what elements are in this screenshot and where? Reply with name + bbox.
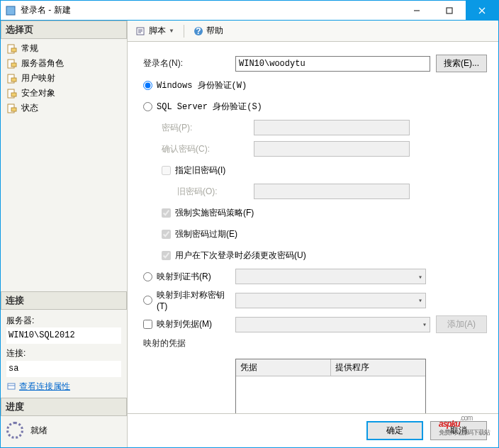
minimize-button[interactable] (400, 1, 433, 21)
nav-label: 用户映射 (21, 72, 55, 84)
page-icon (6, 73, 18, 84)
search-button[interactable]: 搜索(E)... (436, 55, 487, 72)
connection-header: 连接 (1, 291, 127, 310)
status-row: 就绪 (1, 416, 127, 444)
must-change-row: 用户在下次登录时必须更改密码(U) (143, 247, 487, 264)
enforce-expire-checkbox (162, 230, 171, 239)
map-asym-label: 映射到非对称密钥(T) (157, 289, 235, 311)
col-provider: 提供程序 (331, 359, 425, 376)
password-row: 密码(P): (143, 119, 487, 136)
enforce-expire-row: 强制密码过期(E) (143, 225, 487, 242)
form-area: 登录名(N): 搜索(E)... Windows 身份验证(W) SQL Ser… (128, 42, 498, 413)
server-value: WIN10\SQL2012 (6, 327, 121, 344)
window-title: 登录名 - 新建 (21, 4, 400, 16)
login-name-input[interactable] (235, 56, 430, 72)
page-icon (6, 43, 18, 55)
svg-rect-6 (11, 48, 16, 52)
auth-sql-row: SQL Server 身份验证(S) (143, 98, 487, 115)
specify-old-pwd-row: 指定旧密码(I) (143, 162, 487, 179)
server-label: 服务器: (6, 314, 121, 327)
login-name-row: 登录名(N): 搜索(E)... (143, 55, 487, 72)
svg-rect-15 (8, 383, 15, 389)
script-icon (136, 26, 146, 36)
map-cred-select (235, 317, 430, 332)
page-icon (6, 58, 18, 69)
nav-label: 服务器角色 (21, 57, 64, 69)
nav-securables[interactable]: 安全对象 (1, 86, 127, 101)
titlebar: 登录名 - 新建 (1, 1, 498, 21)
svg-rect-10 (11, 78, 16, 82)
must-change-label: 用户在下次登录时必须更改密码(U) (175, 250, 306, 262)
old-password-label: 旧密码(O): (177, 186, 254, 198)
svg-rect-8 (11, 63, 16, 67)
auth-sql-label: SQL Server 身份验证(S) (157, 101, 262, 113)
toolbar-separator (184, 25, 184, 38)
password-input (254, 120, 410, 135)
cancel-button[interactable]: 取消 (430, 421, 487, 440)
help-label: 帮助 (206, 25, 223, 37)
script-button[interactable]: 脚本 ▼ (133, 23, 177, 38)
mapped-creds-row: 映射的凭据 (143, 337, 487, 354)
nav-general[interactable]: 常规 (1, 41, 127, 56)
map-asym-select (235, 293, 426, 308)
enforce-policy-label: 强制实施密码策略(F) (175, 207, 254, 219)
col-cred: 凭据 (236, 359, 331, 376)
page-nav: 常规 服务器角色 用户映射 安全对象 状态 (1, 39, 127, 118)
close-button[interactable] (466, 1, 498, 21)
mapped-creds-label: 映射的凭据 (143, 337, 235, 349)
toolbar: 脚本 ▼ ? 帮助 (128, 21, 498, 42)
auth-windows-label: Windows 身份验证(W) (157, 79, 247, 91)
progress-header: 进度 (1, 398, 127, 416)
page-icon (6, 103, 18, 114)
connection-label: 连接: (6, 347, 121, 360)
script-label: 脚本 (149, 25, 166, 37)
nav-status[interactable]: 状态 (1, 101, 127, 116)
ok-button[interactable]: 确定 (366, 421, 423, 440)
map-asym-row: 映射到非对称密钥(T) (143, 289, 487, 311)
dialog-body: 选择页 常规 服务器角色 用户映射 安全对象 状态 连接 服务器: WIN10\… (1, 21, 498, 447)
help-button[interactable]: ? 帮助 (191, 23, 226, 38)
add-cred-button: 添加(A) (436, 315, 487, 333)
enforce-expire-label: 强制密码过期(E) (175, 228, 237, 240)
connection-panel: 连接 服务器: WIN10\SQL2012 连接: sa 查看连接属性 进度 就… (1, 291, 127, 447)
map-cred-checkbox[interactable] (143, 320, 152, 329)
enforce-policy-checkbox (162, 208, 171, 218)
credentials-grid[interactable]: 凭据 提供程序 (235, 359, 426, 413)
maximize-button[interactable] (433, 1, 466, 21)
svg-text:?: ? (196, 26, 201, 36)
dialog-window: 登录名 - 新建 选择页 常规 服务器角色 用户映射 安全对象 状态 连接 (0, 0, 499, 448)
auth-sql-radio[interactable] (143, 102, 152, 111)
map-cert-select (235, 269, 426, 284)
map-cred-label: 映射到凭据(M) (157, 318, 212, 330)
confirm-password-row: 确认密码(C): (143, 140, 487, 157)
specify-old-pwd-label: 指定旧密码(I) (175, 164, 225, 177)
nav-label: 安全对象 (21, 87, 55, 99)
confirm-password-label: 确认密码(C): (162, 143, 254, 155)
svg-rect-12 (11, 93, 16, 96)
svg-rect-2 (447, 8, 452, 13)
status-text: 就绪 (30, 425, 47, 437)
map-cred-row: 映射到凭据(M) 添加(A) (143, 315, 487, 333)
map-cert-radio[interactable] (143, 272, 152, 281)
nav-server-roles[interactable]: 服务器角色 (1, 56, 127, 71)
progress-spinner-icon (6, 422, 23, 439)
select-page-header: 选择页 (1, 21, 127, 39)
map-asym-radio[interactable] (143, 296, 152, 305)
auth-windows-radio[interactable] (143, 81, 152, 90)
auth-windows-row: Windows 身份验证(W) (143, 77, 487, 94)
map-cert-label: 映射到证书(R) (157, 271, 211, 283)
nav-user-mapping[interactable]: 用户映射 (1, 71, 127, 86)
password-label: 密码(P): (162, 122, 254, 134)
confirm-password-input (254, 141, 410, 157)
connection-body: 服务器: WIN10\SQL2012 连接: sa 查看连接属性 (1, 310, 127, 398)
must-change-checkbox (162, 251, 171, 260)
svg-rect-0 (6, 6, 15, 15)
connection-value: sa (6, 361, 121, 377)
link-icon (6, 381, 16, 391)
page-icon (6, 88, 18, 99)
app-icon (5, 5, 16, 16)
view-connection-properties-link[interactable]: 查看连接属性 (19, 380, 70, 393)
map-cert-row: 映射到证书(R) (143, 268, 487, 285)
grid-header: 凭据 提供程序 (236, 359, 425, 376)
specify-old-pwd-checkbox (162, 166, 171, 175)
